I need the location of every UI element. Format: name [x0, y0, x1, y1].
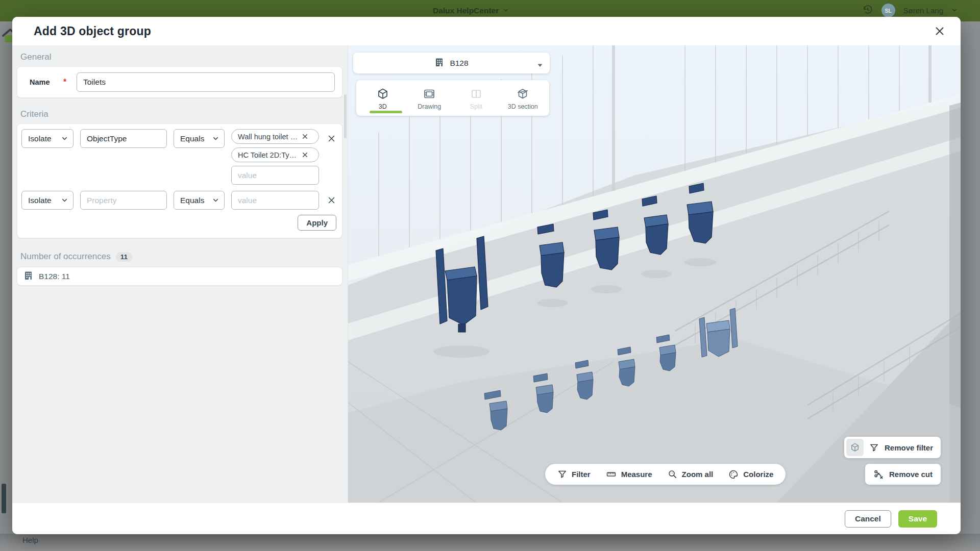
remove-cut-button[interactable]: Remove cut [865, 464, 941, 485]
tab-label: Drawing [418, 103, 441, 110]
history-icon[interactable] [862, 4, 873, 17]
tab-split: Split [453, 80, 500, 116]
criteria-panel: General Name * Criteria Isolate Equals [12, 45, 348, 503]
scissors-icon [873, 469, 884, 480]
remove-filter-label: Remove filter [885, 443, 933, 452]
operator-select[interactable]: Equals [174, 129, 225, 148]
action-select[interactable]: Isolate [21, 129, 74, 148]
avatar[interactable]: SL [881, 4, 895, 17]
criteria-row: Isolate Equals Wall hung toilet 2… [21, 129, 338, 185]
operator-select-value: Equals [180, 196, 204, 205]
filter-button-label: Filter [572, 470, 591, 479]
zoom-all-button[interactable]: Zoom all [668, 469, 714, 479]
name-card: Name * [17, 66, 342, 98]
tab-label: 3D [379, 103, 387, 110]
chevron-down-icon [951, 6, 958, 15]
model-selector-value: B128 [450, 59, 468, 68]
page-scroll-thumb [2, 484, 6, 513]
chevron-down-icon [212, 196, 219, 204]
page-backdrop-bottom [0, 534, 980, 551]
chevron-down-icon [503, 6, 509, 15]
occurrences-label: Number of occurrences [20, 252, 111, 262]
cube-view-icon[interactable] [846, 439, 864, 456]
chip-remove-icon[interactable] [302, 152, 308, 158]
criteria-row: Isolate Equals [21, 191, 338, 210]
model-selector-dropdown[interactable]: B128 [353, 53, 550, 73]
3d-viewer[interactable]: B128 3D [348, 45, 961, 503]
value-input[interactable] [231, 166, 319, 185]
operator-select-value: Equals [180, 134, 204, 143]
colorize-button-label: Colorize [743, 470, 773, 479]
chip-remove-icon[interactable] [302, 133, 308, 140]
colorize-button[interactable]: Colorize [728, 469, 773, 480]
building-icon [434, 57, 445, 69]
tab-3d-section[interactable]: 3D section [500, 80, 547, 116]
view-mode-tabs: 3D Drawing Split [356, 80, 549, 116]
value-chip: Wall hung toilet 2… [231, 129, 319, 144]
chip-label: Wall hung toilet 2… [238, 133, 298, 141]
action-select[interactable]: Isolate [21, 191, 74, 210]
measure-button[interactable]: Measure [606, 469, 652, 479]
general-section-label: General [20, 52, 342, 62]
property-input[interactable] [80, 191, 167, 210]
magnifier-icon [668, 469, 677, 479]
building-icon [23, 270, 34, 283]
viewer-toolbar: Filter Measure Zoom all [545, 464, 786, 485]
remove-row-icon[interactable] [326, 191, 337, 210]
cancel-button[interactable]: Cancel [845, 510, 891, 528]
chip-label: HC Toilet 2D:Typ… [238, 151, 298, 159]
occurrence-item[interactable]: B128: 11 [17, 267, 342, 286]
save-button[interactable]: Save [898, 510, 937, 528]
remove-row-icon[interactable] [326, 129, 337, 148]
dialog-header: Add 3D object group [12, 17, 961, 45]
measure-button-label: Measure [621, 470, 652, 479]
action-select-value: Isolate [28, 134, 52, 143]
chevron-down-icon [61, 196, 68, 204]
criteria-section-label: Criteria [20, 109, 342, 119]
tab-3d[interactable]: 3D [359, 80, 406, 116]
filter-icon [869, 443, 879, 453]
cube-icon [377, 88, 389, 100]
add-3d-object-group-dialog: Add 3D object group General Name * Crite… [12, 17, 961, 534]
tab-drawing[interactable]: Drawing [406, 80, 453, 116]
close-icon[interactable] [932, 23, 947, 39]
name-input[interactable] [77, 72, 335, 92]
help-link[interactable]: Help [22, 536, 38, 544]
drawing-icon [423, 88, 435, 100]
occurrence-item-label: B128: 11 [39, 272, 70, 281]
value-chips: Wall hung toilet 2… HC Toilet 2D:Typ… [231, 129, 319, 185]
tab-label: 3D section [508, 103, 538, 110]
name-label: Name [30, 78, 63, 86]
user-menu-label[interactable]: Søren Lang [903, 6, 943, 15]
app-brand-label: Dalux HelpCenter [433, 6, 499, 15]
action-select-value: Isolate [28, 196, 52, 205]
palette-icon [728, 469, 739, 480]
caret-down-icon [537, 61, 543, 70]
zoom-all-button-label: Zoom all [682, 470, 714, 479]
active-tab-indicator [370, 111, 402, 113]
apply-button[interactable]: Apply [298, 215, 336, 231]
remove-filter-button[interactable]: Remove filter [844, 437, 941, 458]
filter-icon [557, 469, 567, 479]
cube-section-icon [517, 88, 529, 100]
ruler-icon [606, 469, 617, 479]
dialog-title: Add 3D object group [34, 24, 151, 38]
property-input[interactable] [80, 129, 167, 148]
required-asterisk: * [63, 78, 77, 87]
panel-scrollbar[interactable] [344, 94, 347, 138]
criteria-card: Isolate Equals Wall hung toilet 2… [17, 123, 342, 238]
value-input[interactable] [231, 191, 319, 210]
app-header-right: SL Søren Lang [862, 4, 958, 17]
chevron-down-icon [61, 135, 68, 142]
chevron-down-icon [212, 135, 219, 142]
remove-cut-label: Remove cut [889, 470, 933, 479]
split-icon [470, 88, 482, 100]
filter-button[interactable]: Filter [557, 469, 591, 479]
app-brand[interactable]: Dalux HelpCenter [433, 6, 509, 15]
occurrences-count-badge: 11 [116, 252, 132, 262]
dialog-footer: Cancel Save [12, 503, 961, 534]
value-chip: HC Toilet 2D:Typ… [231, 147, 319, 162]
operator-select[interactable]: Equals [174, 191, 225, 210]
tab-label: Split [470, 103, 482, 110]
